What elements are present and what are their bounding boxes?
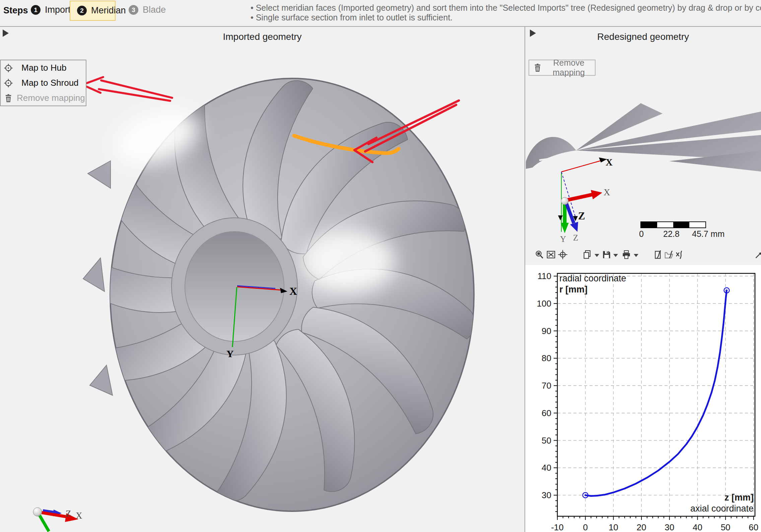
svg-text:50: 50 xyxy=(721,522,731,532)
step-2-badge: 2 xyxy=(77,6,87,15)
save-icon[interactable] xyxy=(602,250,612,260)
step-meridian-highlight: 2 Meridian xyxy=(70,1,116,21)
axis-x-top-label: X xyxy=(606,157,613,168)
crosshair-icon[interactable] xyxy=(558,250,568,260)
svg-text:40: 40 xyxy=(542,463,551,473)
instruction-line-1: • Select meridian faces (Imported geomet… xyxy=(251,3,761,13)
chart-toolbar xyxy=(525,246,761,265)
svg-text:-10: -10 xyxy=(551,522,564,532)
fit-to-window-icon[interactable] xyxy=(546,250,556,260)
app-window: Steps 1 Import 2 Meridian 3 Blade • Sele… xyxy=(0,0,761,532)
corner-axis-z-label: Z xyxy=(66,509,71,519)
chart-xlabel-line2: axial coordinate xyxy=(690,504,754,514)
svg-text:10: 10 xyxy=(609,522,618,532)
chart-ylabel-line2: r [mm] xyxy=(559,284,587,294)
probe-icon[interactable] xyxy=(755,250,761,260)
redesigned-3d-viewport[interactable]: X Z X Y Z xyxy=(525,27,761,246)
save-dropdown-icon[interactable] xyxy=(613,254,618,257)
trash-icon xyxy=(3,93,13,103)
redesigned-geometry-panel: Redesigned geometry Remove mapping xyxy=(525,27,761,532)
imported-geometry-panel: Imported geometry xyxy=(0,27,525,532)
svg-text:90: 90 xyxy=(542,326,551,336)
step-1-badge: 1 xyxy=(31,5,41,15)
scale-end: 45.7 mm xyxy=(692,229,724,239)
export-xy-icon[interactable] xyxy=(675,250,685,260)
chart-canvas: -10010203040506030405060708090100110 rad… xyxy=(525,265,761,532)
svg-text:100: 100 xyxy=(537,298,551,309)
step-instructions: • Select meridian faces (Imported geomet… xyxy=(251,3,761,22)
scale-bar xyxy=(640,221,706,228)
scale-mid: 22.8 xyxy=(663,229,680,239)
corner-axis-x-label: X xyxy=(76,511,82,521)
axis-z-mid-label: Z xyxy=(578,210,585,222)
scale-start: 0 xyxy=(639,229,644,239)
step-import[interactable]: 1 Import xyxy=(31,5,71,15)
print-icon[interactable] xyxy=(621,250,631,260)
axis-y-label: Y xyxy=(226,348,234,359)
chart-xlabel-line1: z [mm] xyxy=(724,492,754,503)
target-icon xyxy=(3,78,13,88)
steps-bar: Steps 1 Import 2 Meridian 3 Blade • Sele… xyxy=(0,0,761,27)
copy-icon[interactable] xyxy=(582,250,592,260)
svg-text:0: 0 xyxy=(583,522,587,532)
edit-curve-points-icon[interactable] xyxy=(653,250,663,260)
svg-text:110: 110 xyxy=(538,271,551,281)
meridian-chart: -10010203040506030405060708090100110 rad… xyxy=(525,265,761,532)
redesigned-axis-triad: X Z X Y Z xyxy=(558,157,613,244)
blade-tips xyxy=(83,161,113,395)
zoom-icon[interactable] xyxy=(534,250,544,260)
svg-text:60: 60 xyxy=(749,522,758,532)
annotation-arrow-to-menu xyxy=(82,77,172,101)
view-orientation-triad: Z X xyxy=(33,508,82,531)
axis-z-label: Z xyxy=(573,233,578,242)
copy-dropdown-icon[interactable] xyxy=(595,254,599,257)
axis-y-label: Y xyxy=(560,235,566,244)
open-curve-icon[interactable] xyxy=(664,250,674,260)
mapping-context-menu: Map to Hub Map to Shroud Remove mapping xyxy=(0,60,86,106)
axis-x-label: X xyxy=(289,285,297,297)
svg-text:40: 40 xyxy=(693,522,702,532)
step-blade[interactable]: 3 Blade xyxy=(129,5,166,15)
menu-item-map-to-hub[interactable]: Map to Hub xyxy=(1,60,86,75)
svg-text:60: 60 xyxy=(542,408,551,418)
instruction-line-2: • Single surface section from inlet to o… xyxy=(251,13,761,22)
print-dropdown-icon[interactable] xyxy=(634,254,638,257)
svg-text:20: 20 xyxy=(637,522,646,532)
target-icon xyxy=(3,63,13,73)
menu-item-remove-mapping[interactable]: Remove mapping xyxy=(1,90,86,106)
chart-ylabel-line1: radial coordinate xyxy=(559,273,626,283)
menu-item-map-to-shroud[interactable]: Map to Shroud xyxy=(1,75,86,90)
svg-text:50: 50 xyxy=(542,436,551,446)
axis-x-label: X xyxy=(604,187,610,197)
hub-bore xyxy=(171,218,297,355)
meridian-surfaces xyxy=(526,103,761,172)
step-3-badge: 3 xyxy=(129,5,138,15)
svg-text:30: 30 xyxy=(665,522,674,532)
steps-label: Steps xyxy=(3,5,28,16)
svg-text:30: 30 xyxy=(542,490,551,500)
step-meridian[interactable]: 2 Meridian xyxy=(77,5,126,16)
svg-text:70: 70 xyxy=(542,381,551,391)
svg-text:80: 80 xyxy=(542,353,551,363)
